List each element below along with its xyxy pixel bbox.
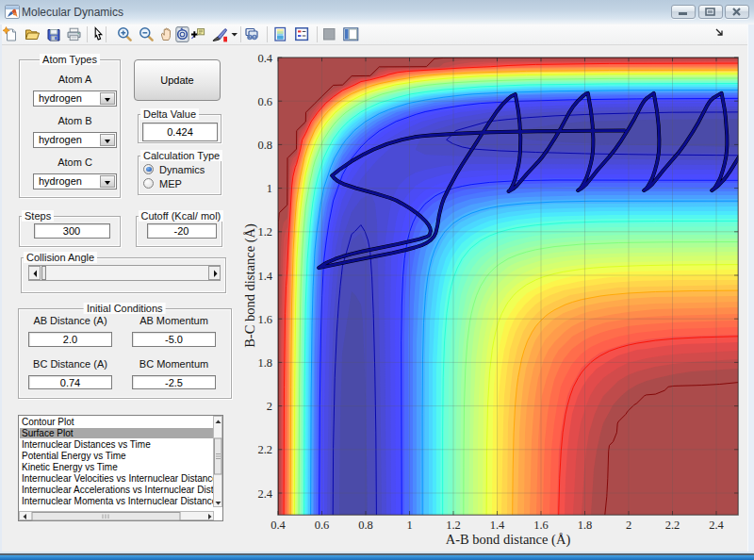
svg-text:1.8: 1.8 bbox=[578, 519, 593, 532]
svg-text:1.4: 1.4 bbox=[257, 270, 272, 283]
svg-text:1.2: 1.2 bbox=[446, 519, 461, 532]
svg-text:0.6: 0.6 bbox=[257, 95, 272, 108]
svg-text:1: 1 bbox=[406, 519, 412, 532]
svg-text:1.6: 1.6 bbox=[533, 519, 549, 532]
svg-text:2.4: 2.4 bbox=[709, 519, 724, 532]
svg-text:B-C bond distance (Å): B-C bond distance (Å) bbox=[242, 223, 258, 348]
svg-text:0.8: 0.8 bbox=[358, 519, 373, 532]
svg-text:0.4: 0.4 bbox=[257, 52, 272, 65]
svg-text:2.2: 2.2 bbox=[665, 519, 680, 532]
svg-text:1.2: 1.2 bbox=[257, 225, 272, 239]
svg-text:1.6: 1.6 bbox=[257, 313, 272, 326]
svg-text:1.4: 1.4 bbox=[490, 519, 505, 532]
svg-text:2.2: 2.2 bbox=[257, 443, 272, 456]
svg-text:2.4: 2.4 bbox=[257, 487, 272, 501]
svg-text:1.8: 1.8 bbox=[257, 356, 272, 370]
svg-text:2: 2 bbox=[267, 400, 272, 413]
svg-text:2: 2 bbox=[626, 519, 631, 532]
svg-text:0.6: 0.6 bbox=[315, 519, 330, 532]
svg-text:0.8: 0.8 bbox=[257, 139, 272, 152]
svg-text:A-B bond distance (Å): A-B bond distance (Å) bbox=[446, 532, 571, 548]
svg-text:1: 1 bbox=[267, 182, 272, 195]
svg-text:0.4: 0.4 bbox=[270, 519, 286, 532]
